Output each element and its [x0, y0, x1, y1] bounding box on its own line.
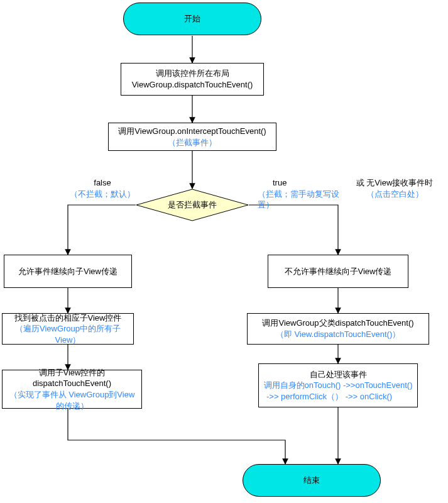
node-left-allow-label: 允许事件继续向子View传递 [18, 266, 117, 277]
edge-noview-main: 或 无View接收事件时 [344, 177, 445, 189]
node-left-allow: 允许事件继续向子View传递 [4, 255, 132, 288]
node-right-disallow-label: 不允许事件继续向子View传递 [285, 266, 392, 277]
edge-true-main: true [258, 178, 287, 187]
node-right-self-line1: 自己处理该事件 [310, 369, 367, 380]
edge-label-false: false （不拦截；默认） [68, 177, 137, 199]
node-right-parent: 调用ViewGroup父类dispatchTouchEvent() （即 Vie… [247, 313, 429, 345]
node-right-self-line2: 调用自身的onTouch() ->>onTouchEvent() [264, 380, 413, 391]
node-right-self: 自己处理该事件 调用自身的onTouch() ->>onTouchEvent()… [258, 363, 418, 407]
node-left-call-line3: （实现了事件从 ViewGroup到View 的传递） [6, 389, 138, 411]
node-start-label: 开始 [184, 13, 200, 25]
node-decision: 是否拦截事件 [136, 189, 249, 221]
node-right-disallow: 不允许事件继续向子View传递 [268, 255, 408, 288]
edge-label-true: true （拦截；需手动复写设置） [258, 177, 352, 211]
edge-label-noview: 或 无View接收事件时 （点击空白处） [344, 177, 445, 199]
node-right-self-line3: ->> performClick（） ->> onClick() [263, 391, 392, 402]
node-right-parent-line1: 调用ViewGroup父类dispatchTouchEvent() [262, 318, 413, 329]
node-left-call: 调用子View控件的 dispatchTouchEvent() （实现了事件从 … [2, 370, 142, 409]
node-left-find-line2: （遍历ViewGroup中的所有子View） [6, 323, 129, 345]
edge-false-note: （不拦截；默认） [68, 189, 137, 200]
node-left-call-line1: 调用子View控件的 [39, 367, 106, 379]
node-right-parent-line2: （即 View.dispatchTouchEvent()） [276, 329, 400, 340]
node-dispatch-line1: 调用该控件所在布局 [156, 68, 229, 79]
node-intercept-line2: （拦截事件） [168, 137, 217, 148]
node-left-call-line2: dispatchTouchEvent() [33, 378, 111, 389]
node-left-find-line1: 找到被点击的相应子View控件 [14, 312, 122, 324]
node-left-find: 找到被点击的相应子View控件 （遍历ViewGroup中的所有子View） [2, 313, 134, 345]
edge-true-note: （拦截；需手动复写设置） [258, 189, 352, 211]
node-dispatch: 调用该控件所在布局 ViewGroup.dispatchTouchEvent() [121, 63, 264, 96]
node-intercept: 调用ViewGroup.onInterceptTouchEvent() （拦截事… [108, 123, 276, 151]
node-end: 结束 [243, 464, 381, 497]
node-end-label: 结束 [303, 475, 320, 486]
node-decision-label: 是否拦截事件 [168, 199, 217, 211]
edge-false-main: false [68, 177, 137, 189]
node-dispatch-line2: ViewGroup.dispatchTouchEvent() [132, 79, 253, 91]
node-intercept-line1: 调用ViewGroup.onInterceptTouchEvent() [118, 126, 266, 137]
edge-noview-note: （点击空白处） [344, 189, 445, 200]
node-start: 开始 [123, 3, 261, 35]
